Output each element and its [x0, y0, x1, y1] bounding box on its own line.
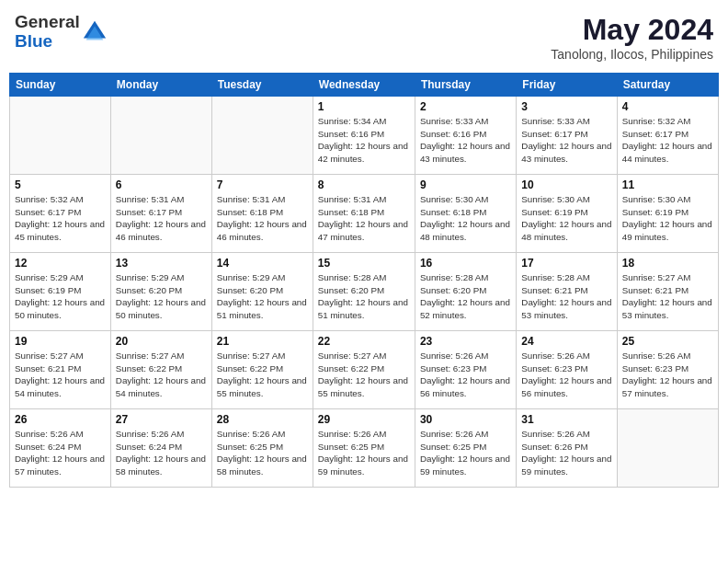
page-header: General Blue May 2024 Tanolong, Ilocos, …	[9, 9, 719, 65]
calendar-cell: 6Sunrise: 5:31 AM Sunset: 6:17 PM Daylig…	[110, 175, 211, 253]
day-number: 23	[420, 335, 511, 348]
calendar-cell: 30Sunrise: 5:26 AM Sunset: 6:25 PM Dayli…	[415, 409, 516, 488]
day-info: Sunrise: 5:28 AM Sunset: 6:20 PM Dayligh…	[318, 271, 410, 322]
calendar-cell: 16Sunrise: 5:28 AM Sunset: 6:20 PM Dayli…	[415, 253, 516, 331]
title-block: May 2024 Tanolong, Ilocos, Philippines	[551, 13, 713, 62]
day-number: 29	[318, 413, 410, 426]
weekday-header: Thursday	[415, 74, 516, 97]
day-number: 7	[217, 178, 308, 191]
day-info: Sunrise: 5:26 AM Sunset: 6:23 PM Dayligh…	[622, 350, 713, 400]
day-info: Sunrise: 5:26 AM Sunset: 6:25 PM Dayligh…	[318, 428, 410, 478]
weekday-header: Monday	[110, 74, 211, 97]
day-info: Sunrise: 5:34 AM Sunset: 6:16 PM Dayligh…	[318, 115, 410, 166]
day-number: 28	[217, 413, 308, 426]
calendar-cell	[110, 97, 211, 175]
location: Tanolong, Ilocos, Philippines	[551, 47, 713, 62]
calendar-cell: 25Sunrise: 5:26 AM Sunset: 6:23 PM Dayli…	[617, 331, 718, 409]
day-number: 5	[15, 178, 106, 191]
day-number: 10	[521, 178, 611, 191]
calendar-cell	[10, 97, 111, 175]
day-info: Sunrise: 5:33 AM Sunset: 6:16 PM Dayligh…	[420, 115, 511, 166]
day-info: Sunrise: 5:26 AM Sunset: 6:23 PM Dayligh…	[521, 350, 611, 400]
calendar-cell: 20Sunrise: 5:27 AM Sunset: 6:22 PM Dayli…	[110, 331, 211, 409]
day-info: Sunrise: 5:26 AM Sunset: 6:24 PM Dayligh…	[116, 428, 207, 478]
calendar-cell: 5Sunrise: 5:32 AM Sunset: 6:17 PM Daylig…	[10, 175, 111, 253]
day-number: 21	[217, 335, 308, 348]
day-info: Sunrise: 5:30 AM Sunset: 6:18 PM Dayligh…	[420, 193, 511, 244]
calendar-cell: 4Sunrise: 5:32 AM Sunset: 6:17 PM Daylig…	[617, 97, 718, 175]
day-number: 31	[521, 413, 611, 426]
day-info: Sunrise: 5:27 AM Sunset: 6:21 PM Dayligh…	[15, 350, 106, 400]
calendar-cell: 21Sunrise: 5:27 AM Sunset: 6:22 PM Dayli…	[211, 331, 313, 409]
day-number: 6	[116, 178, 207, 191]
day-number: 2	[420, 100, 511, 113]
day-number: 15	[318, 257, 410, 270]
weekday-header: Friday	[517, 74, 617, 97]
day-number: 1	[318, 100, 410, 113]
day-number: 16	[420, 257, 511, 270]
day-number: 20	[116, 335, 207, 348]
day-info: Sunrise: 5:31 AM Sunset: 6:18 PM Dayligh…	[217, 193, 308, 244]
day-info: Sunrise: 5:33 AM Sunset: 6:17 PM Dayligh…	[521, 115, 611, 166]
week-row: 1Sunrise: 5:34 AM Sunset: 6:16 PM Daylig…	[10, 97, 719, 175]
calendar-cell: 8Sunrise: 5:31 AM Sunset: 6:18 PM Daylig…	[313, 175, 415, 253]
day-info: Sunrise: 5:29 AM Sunset: 6:20 PM Dayligh…	[116, 271, 207, 322]
day-info: Sunrise: 5:27 AM Sunset: 6:22 PM Dayligh…	[217, 350, 308, 400]
day-number: 25	[622, 335, 713, 348]
calendar-cell: 10Sunrise: 5:30 AM Sunset: 6:19 PM Dayli…	[517, 175, 617, 253]
day-number: 22	[318, 335, 410, 348]
day-info: Sunrise: 5:26 AM Sunset: 6:24 PM Dayligh…	[15, 428, 106, 478]
day-number: 12	[15, 257, 106, 270]
weekday-header: Saturday	[617, 74, 718, 97]
calendar-cell: 13Sunrise: 5:29 AM Sunset: 6:20 PM Dayli…	[110, 253, 211, 331]
day-info: Sunrise: 5:31 AM Sunset: 6:17 PM Dayligh…	[116, 193, 207, 244]
day-number: 24	[521, 335, 611, 348]
calendar-cell	[211, 97, 313, 175]
calendar-cell: 7Sunrise: 5:31 AM Sunset: 6:18 PM Daylig…	[211, 175, 313, 253]
day-number: 30	[420, 413, 511, 426]
weekday-header: Tuesday	[211, 74, 313, 97]
day-info: Sunrise: 5:29 AM Sunset: 6:19 PM Dayligh…	[15, 271, 106, 322]
day-number: 4	[622, 100, 713, 113]
day-info: Sunrise: 5:26 AM Sunset: 6:25 PM Dayligh…	[420, 428, 511, 478]
day-info: Sunrise: 5:26 AM Sunset: 6:25 PM Dayligh…	[217, 428, 308, 478]
calendar-cell: 26Sunrise: 5:26 AM Sunset: 6:24 PM Dayli…	[10, 409, 111, 488]
calendar-cell: 28Sunrise: 5:26 AM Sunset: 6:25 PM Dayli…	[211, 409, 313, 488]
calendar-cell: 24Sunrise: 5:26 AM Sunset: 6:23 PM Dayli…	[517, 331, 617, 409]
day-info: Sunrise: 5:30 AM Sunset: 6:19 PM Dayligh…	[521, 193, 611, 244]
day-info: Sunrise: 5:30 AM Sunset: 6:19 PM Dayligh…	[622, 193, 713, 244]
calendar-cell: 19Sunrise: 5:27 AM Sunset: 6:21 PM Dayli…	[10, 331, 111, 409]
calendar-cell: 9Sunrise: 5:30 AM Sunset: 6:18 PM Daylig…	[415, 175, 516, 253]
day-info: Sunrise: 5:29 AM Sunset: 6:20 PM Dayligh…	[217, 271, 308, 322]
day-number: 11	[622, 178, 713, 191]
week-row: 5Sunrise: 5:32 AM Sunset: 6:17 PM Daylig…	[10, 175, 719, 253]
calendar-cell: 14Sunrise: 5:29 AM Sunset: 6:20 PM Dayli…	[211, 253, 313, 331]
day-number: 14	[217, 257, 308, 270]
day-info: Sunrise: 5:27 AM Sunset: 6:22 PM Dayligh…	[318, 350, 410, 400]
day-info: Sunrise: 5:26 AM Sunset: 6:23 PM Dayligh…	[420, 350, 511, 400]
calendar-cell: 18Sunrise: 5:27 AM Sunset: 6:21 PM Dayli…	[617, 253, 718, 331]
calendar-cell: 17Sunrise: 5:28 AM Sunset: 6:21 PM Dayli…	[517, 253, 617, 331]
day-number: 9	[420, 178, 511, 191]
day-number: 27	[116, 413, 207, 426]
calendar-cell: 27Sunrise: 5:26 AM Sunset: 6:24 PM Dayli…	[110, 409, 211, 488]
day-info: Sunrise: 5:27 AM Sunset: 6:22 PM Dayligh…	[116, 350, 207, 400]
calendar-cell: 1Sunrise: 5:34 AM Sunset: 6:16 PM Daylig…	[313, 97, 415, 175]
weekday-header-row: SundayMondayTuesdayWednesdayThursdayFrid…	[10, 74, 719, 97]
day-number: 18	[622, 257, 713, 270]
day-info: Sunrise: 5:28 AM Sunset: 6:21 PM Dayligh…	[521, 271, 611, 322]
day-number: 8	[318, 178, 410, 191]
calendar-cell: 12Sunrise: 5:29 AM Sunset: 6:19 PM Dayli…	[10, 253, 111, 331]
day-number: 13	[116, 257, 207, 270]
day-info: Sunrise: 5:28 AM Sunset: 6:20 PM Dayligh…	[420, 271, 511, 322]
logo: General Blue	[15, 13, 108, 52]
day-info: Sunrise: 5:26 AM Sunset: 6:26 PM Dayligh…	[521, 428, 611, 478]
day-number: 3	[521, 100, 611, 113]
calendar-cell	[617, 409, 718, 488]
weekday-header: Wednesday	[313, 74, 415, 97]
weekday-header: Sunday	[10, 74, 111, 97]
calendar-cell: 2Sunrise: 5:33 AM Sunset: 6:16 PM Daylig…	[415, 97, 516, 175]
day-info: Sunrise: 5:31 AM Sunset: 6:18 PM Dayligh…	[318, 193, 410, 244]
calendar: SundayMondayTuesdayWednesdayThursdayFrid…	[9, 73, 719, 488]
calendar-cell: 23Sunrise: 5:26 AM Sunset: 6:23 PM Dayli…	[415, 331, 516, 409]
